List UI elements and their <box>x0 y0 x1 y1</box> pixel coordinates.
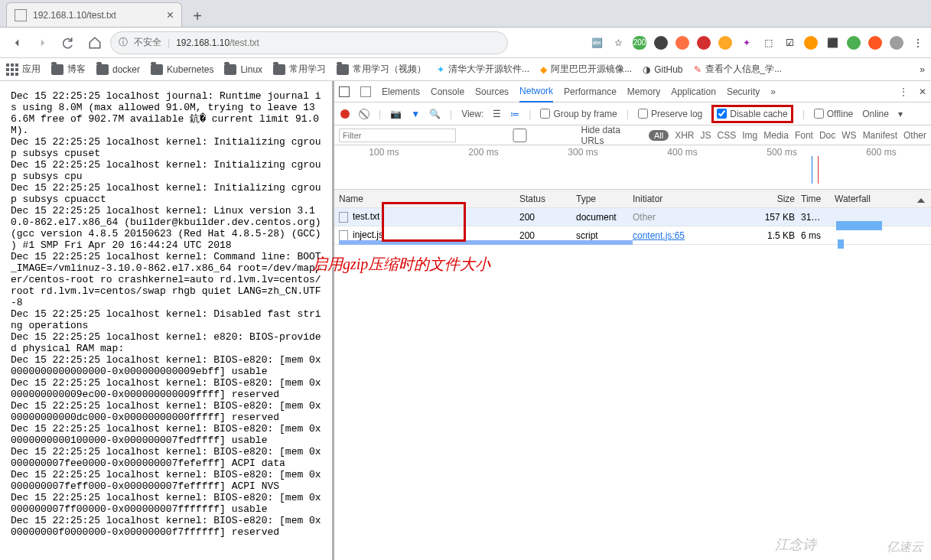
camera-icon[interactable]: 📷 <box>390 109 402 119</box>
extension-icon[interactable] <box>804 36 818 50</box>
dropdown-icon[interactable]: ▾ <box>898 109 903 119</box>
home-button[interactable] <box>84 32 106 54</box>
menu-icon[interactable]: ⋮ <box>899 86 908 97</box>
bookmark-item[interactable]: ◆阿里巴巴开源镜像... <box>540 63 632 76</box>
col-type[interactable]: Type <box>576 194 633 204</box>
extension-icon[interactable] <box>847 36 861 50</box>
filter-all[interactable]: All <box>649 130 669 141</box>
extension-icon[interactable] <box>675 36 689 50</box>
view-detail-icon[interactable]: ≔ <box>510 109 519 119</box>
tick-label: 500 ms <box>767 147 796 158</box>
tab-network[interactable]: Network <box>519 81 553 103</box>
close-icon[interactable]: ✕ <box>919 86 926 97</box>
col-time[interactable]: Time <box>801 194 835 204</box>
folder-icon <box>224 64 236 75</box>
extension-icon[interactable]: ✦ <box>740 36 754 50</box>
link-icon: ✎ <box>694 64 702 75</box>
url-text: 192.168.1.10/test.txt <box>176 37 259 48</box>
record-button[interactable] <box>340 109 350 119</box>
bookmark-item[interactable]: 常用学习（视频） <box>337 63 426 76</box>
group-by-frame-checkbox[interactable]: Group by frame <box>540 109 617 119</box>
tab-console[interactable]: Console <box>431 82 464 102</box>
back-button[interactable] <box>6 32 28 54</box>
link-icon: ✦ <box>437 64 444 75</box>
network-timeline[interactable]: 100 ms 200 ms 300 ms 400 ms 500 ms 600 m… <box>334 145 931 190</box>
tab-performance[interactable]: Performance <box>564 82 617 102</box>
tab-memory[interactable]: Memory <box>627 82 660 102</box>
extension-icon[interactable]: ⬚ <box>761 36 775 50</box>
apps-icon <box>6 63 18 76</box>
bookmark-item[interactable]: docker <box>96 64 140 75</box>
watermark: 江念诗 <box>775 536 816 554</box>
filter-type[interactable]: Doc <box>819 130 835 141</box>
device-icon[interactable] <box>360 86 371 97</box>
filter-input[interactable] <box>339 129 456 142</box>
extension-icon[interactable]: ⬛ <box>825 36 839 50</box>
filter-icon[interactable]: ▼ <box>411 109 420 119</box>
tab-elements[interactable]: Elements <box>382 82 420 102</box>
folder-icon <box>273 64 285 75</box>
col-size[interactable]: Size <box>717 194 801 204</box>
filter-type[interactable]: JS <box>701 130 711 141</box>
tab-application[interactable]: Application <box>671 82 716 102</box>
tab-security[interactable]: Security <box>727 82 760 102</box>
view-list-icon[interactable]: ☰ <box>493 109 501 119</box>
log-text[interactable]: Dec 15 22:25:25 localhost journal: Runti… <box>11 90 321 538</box>
extension-icon[interactable]: ☑ <box>783 36 796 50</box>
col-name[interactable]: Name <box>334 194 519 204</box>
view-label: View: <box>461 109 483 119</box>
extension-icon[interactable] <box>868 36 882 50</box>
hide-data-urls-checkbox[interactable]: Hide data URLs <box>462 125 643 146</box>
devtools-tabs: Elements Console Sources Network Perform… <box>334 81 931 103</box>
apps-button[interactable]: 应用 <box>6 63 41 76</box>
adblock-icon[interactable] <box>697 36 711 50</box>
link-icon: ◆ <box>540 64 547 75</box>
forward-button[interactable] <box>32 32 54 54</box>
filter-type[interactable]: Font <box>795 130 813 141</box>
reload-button[interactable] <box>58 32 80 54</box>
bookmark-item[interactable]: Kubernetes <box>151 64 213 75</box>
filter-type[interactable]: WS <box>841 130 856 141</box>
tab-sources[interactable]: Sources <box>475 82 509 102</box>
extension-icon[interactable] <box>890 36 903 50</box>
folder-icon <box>51 64 63 75</box>
menu-icon[interactable]: ⋮ <box>911 36 925 50</box>
extension-icon[interactable] <box>718 36 732 50</box>
star-icon[interactable]: ☆ <box>611 36 625 50</box>
disable-cache-checkbox[interactable]: Disable cache <box>717 109 787 119</box>
extension-icon[interactable] <box>654 36 668 50</box>
table-row[interactable]: test.txt200documentOther157 KB31… <box>334 208 931 226</box>
inspect-icon[interactable] <box>339 86 350 97</box>
col-status[interactable]: Status <box>519 194 576 204</box>
bookmark-item[interactable]: ✎查看个人信息_学... <box>694 63 783 76</box>
bookmark-item[interactable]: 常用学习 <box>273 63 326 76</box>
new-tab-button[interactable]: + <box>187 5 208 27</box>
throttling-select[interactable]: Online <box>862 109 889 119</box>
filter-type[interactable]: Media <box>763 130 789 141</box>
filter-type[interactable]: Img <box>742 130 757 141</box>
col-initiator[interactable]: Initiator <box>633 194 717 204</box>
search-icon[interactable]: 🔍 <box>429 109 441 119</box>
col-waterfall[interactable]: Waterfall <box>835 194 931 204</box>
filter-type[interactable]: XHR <box>675 130 694 141</box>
bookmark-item[interactable]: ◑GitHub <box>643 64 682 75</box>
clear-button[interactable] <box>359 109 369 119</box>
page-content: Dec 15 22:25:25 localhost journal: Runti… <box>0 81 334 560</box>
tick-label: 400 ms <box>667 147 697 158</box>
overflow-icon[interactable]: » <box>920 64 925 75</box>
filter-type[interactable]: CSS <box>718 130 737 141</box>
preserve-log-checkbox[interactable]: Preserve log <box>638 109 702 119</box>
bookmark-item[interactable]: Linux <box>224 64 262 75</box>
bookmark-item[interactable]: 博客 <box>51 63 86 76</box>
translate-icon[interactable]: 🔤 <box>590 36 604 50</box>
omnibox[interactable]: ⓘ 不安全 | 192.168.1.10/test.txt <box>110 31 508 54</box>
filter-type[interactable]: Manifest <box>863 130 897 141</box>
overflow-icon[interactable]: » <box>770 86 776 97</box>
filter-type[interactable]: Other <box>903 130 926 141</box>
close-icon[interactable]: × <box>167 8 174 22</box>
bookmark-item[interactable]: ✦清华大学开源软件... <box>437 63 529 76</box>
browser-tab[interactable]: 192.168.1.10/test.txt × <box>6 2 182 27</box>
status-badge[interactable]: 200 <box>633 36 646 50</box>
offline-checkbox[interactable]: Offline <box>814 109 853 119</box>
disable-cache-highlight: Disable cache <box>711 105 793 123</box>
